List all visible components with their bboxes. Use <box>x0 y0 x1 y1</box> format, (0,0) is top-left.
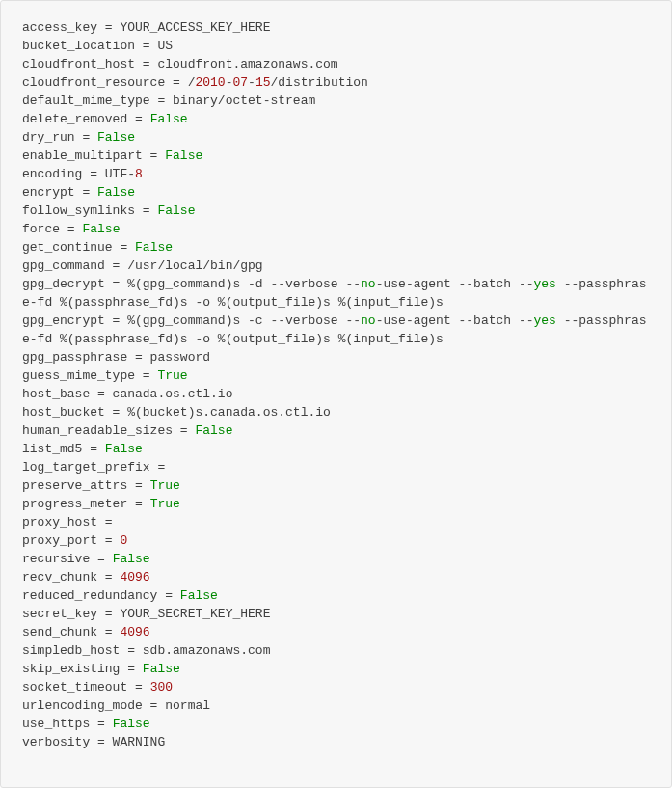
text-token: - <box>248 75 255 90</box>
code-line: send_chunk = 4096 <box>22 625 150 639</box>
keyword-token: False <box>97 185 135 200</box>
code-line: progress_meter = True <box>22 497 180 511</box>
code-line: recv_chunk = 4096 <box>22 570 150 584</box>
number-token: 2010 <box>195 75 225 90</box>
text-token: recv_chunk = <box>22 570 120 584</box>
text-token: use_https = <box>22 717 113 731</box>
text-token: skip_existing = <box>22 662 143 676</box>
text-token: get_continue = <box>22 240 135 255</box>
keyword-token: False <box>180 588 218 603</box>
code-line: bucket_location = US <box>22 39 173 53</box>
keyword-token: no <box>361 277 376 291</box>
text-token: socket_timeout = <box>22 680 150 694</box>
text-token: reduced_redundancy = <box>22 588 180 603</box>
code-line: delete_removed = False <box>22 112 188 126</box>
code-line: dry_run = False <box>22 130 135 145</box>
number-token: 15 <box>255 75 271 90</box>
number-token: 300 <box>150 680 173 694</box>
code-line: socket_timeout = 300 <box>22 680 173 694</box>
text-token: follow_symlinks = <box>22 204 157 218</box>
keyword-token: False <box>97 130 135 145</box>
config-code-block: access_key = YOUR_ACCESS_KEY_HERE bucket… <box>0 0 672 788</box>
text-token: -use-agent --batch -- <box>376 277 534 291</box>
keyword-token: yes <box>534 313 556 328</box>
text-token: encoding = UTF- <box>22 167 135 181</box>
keyword-token: True <box>157 368 187 383</box>
code-line: follow_symlinks = False <box>22 204 195 218</box>
keyword-token: False <box>113 717 150 731</box>
code-line: log_target_prefix = <box>22 460 165 475</box>
code-line: simpledb_host = sdb.amazonaws.com <box>22 643 270 658</box>
code-line: verbosity = WARNING <box>22 735 165 749</box>
keyword-token: False <box>143 662 180 676</box>
text-token: proxy_port = <box>22 533 120 548</box>
code-line: cloudfront_resource = /2010-07-15/distri… <box>22 75 368 90</box>
text-token: delete_removed = <box>22 112 150 126</box>
keyword-token: False <box>150 112 188 126</box>
number-token: 0 <box>120 533 127 548</box>
keyword-token: True <box>150 478 180 493</box>
code-line: gpg_encrypt = %(gpg_command)s -c --verbo… <box>22 313 647 346</box>
code-line: preserve_attrs = True <box>22 478 180 493</box>
keyword-token: False <box>135 240 173 255</box>
text-token: host_base = canada.os.ctl.io <box>22 387 232 401</box>
number-token: 8 <box>135 167 143 181</box>
keyword-token: True <box>150 497 180 511</box>
text-token: default_mime_type = binary/octet-stream <box>22 94 315 108</box>
text-token: /distribution <box>271 75 368 90</box>
code-line: host_base = canada.os.ctl.io <box>22 387 232 401</box>
code-line: proxy_host = <box>22 515 113 530</box>
code-line: gpg_decrypt = %(gpg_command)s -d --verbo… <box>22 277 647 310</box>
code-line: guess_mime_type = True <box>22 368 188 383</box>
text-token: gpg_encrypt = %(gpg_command)s -c --verbo… <box>22 313 361 328</box>
code-line: proxy_port = 0 <box>22 533 127 548</box>
code-line: host_bucket = %(bucket)s.canada.os.ctl.i… <box>22 405 331 420</box>
code-line: urlencoding_mode = normal <box>22 698 210 713</box>
keyword-token: no <box>361 313 376 328</box>
number-token: 07 <box>232 75 248 90</box>
code-line: secret_key = YOUR_SECRET_KEY_HERE <box>22 607 270 621</box>
text-token: encrypt = <box>22 185 97 200</box>
text-token: bucket_location = US <box>22 39 173 53</box>
text-token: progress_meter = <box>22 497 150 511</box>
code-line: encoding = UTF-8 <box>22 167 143 181</box>
code-line: use_https = False <box>22 717 150 731</box>
number-token: 4096 <box>120 625 149 639</box>
text-token: cloudfront_host = cloudfront.amazonaws.c… <box>22 57 338 71</box>
text-token: secret_key = YOUR_SECRET_KEY_HERE <box>22 607 270 621</box>
keyword-token: False <box>82 222 120 236</box>
code-line: skip_existing = False <box>22 662 180 676</box>
text-token: -use-agent --batch -- <box>376 313 534 328</box>
code-line: access_key = YOUR_ACCESS_KEY_HERE <box>22 20 270 35</box>
code-line: gpg_passphrase = password <box>22 350 210 365</box>
code-line: human_readable_sizes = False <box>22 423 232 438</box>
keyword-token: False <box>113 552 150 566</box>
text-token: gpg_command = /usr/local/bin/gpg <box>22 258 263 273</box>
text-token: proxy_host = <box>22 515 113 530</box>
code-line: cloudfront_host = cloudfront.amazonaws.c… <box>22 57 338 71</box>
text-token: human_readable_sizes = <box>22 423 195 438</box>
number-token: 4096 <box>120 570 149 584</box>
text-token: enable_multipart = <box>22 149 165 163</box>
text-token: gpg_passphrase = password <box>22 350 210 365</box>
keyword-token: False <box>105 442 143 456</box>
text-token: send_chunk = <box>22 625 120 639</box>
text-token: access_key = YOUR_ACCESS_KEY_HERE <box>22 20 270 35</box>
text-token: cloudfront_resource = / <box>22 75 195 90</box>
keyword-token: False <box>195 423 232 438</box>
code-line: list_md5 = False <box>22 442 143 456</box>
code-line: default_mime_type = binary/octet-stream <box>22 94 315 108</box>
text-token: list_md5 = <box>22 442 105 456</box>
text-token: guess_mime_type = <box>22 368 157 383</box>
text-token: gpg_decrypt = %(gpg_command)s -d --verbo… <box>22 277 361 291</box>
text-token: preserve_attrs = <box>22 478 150 493</box>
text-token: simpledb_host = sdb.amazonaws.com <box>22 643 270 658</box>
text-token: force = <box>22 222 82 236</box>
code-line: enable_multipart = False <box>22 149 202 163</box>
text-token: recursive = <box>22 552 113 566</box>
text-token: log_target_prefix = <box>22 460 165 475</box>
code-line: reduced_redundancy = False <box>22 588 218 603</box>
code-line: force = False <box>22 222 120 236</box>
text-token: dry_run = <box>22 130 97 145</box>
text-token: verbosity = WARNING <box>22 735 165 749</box>
